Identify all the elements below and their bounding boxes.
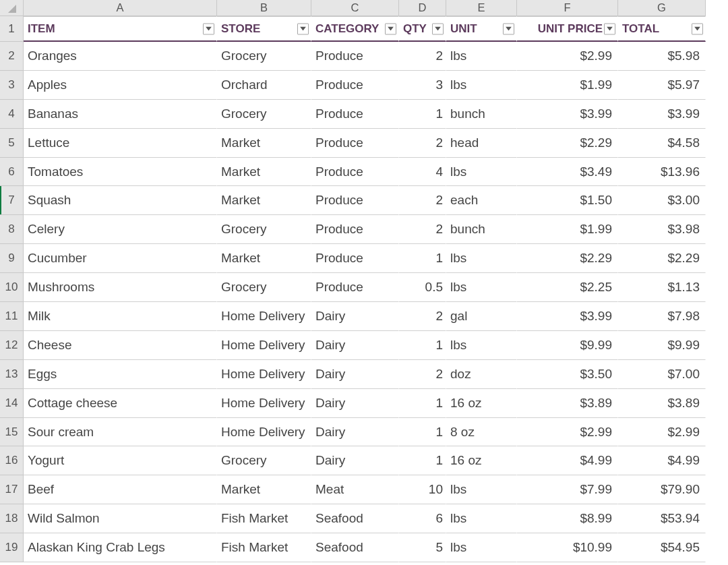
cell-unit[interactable]: lbs (446, 273, 517, 302)
cell-item[interactable]: Yogurt (24, 446, 217, 475)
cell-item[interactable]: Wild Salmon (24, 504, 217, 533)
cell-qty[interactable]: 6 (399, 504, 446, 533)
cell-unit-price[interactable]: $4.99 (517, 446, 618, 475)
cell-unit[interactable]: 16 oz (446, 389, 517, 418)
cell-qty[interactable]: 1 (399, 100, 446, 129)
cell-item[interactable]: Beef (24, 475, 217, 504)
cell-unit[interactable]: lbs (446, 42, 517, 71)
cell-store[interactable]: Market (217, 158, 311, 187)
filter-dropdown-icon[interactable] (297, 23, 309, 34)
cell-unit[interactable]: head (446, 129, 517, 158)
cell-item[interactable]: Cucumber (24, 244, 217, 273)
cell-unit[interactable]: lbs (446, 158, 517, 187)
cell-category[interactable]: Dairy (311, 331, 399, 360)
cell-store[interactable]: Market (217, 186, 311, 215)
row-header[interactable]: 10 (0, 273, 24, 302)
cell-unit[interactable]: lbs (446, 244, 517, 273)
cell-item[interactable]: Tomatoes (24, 158, 217, 187)
row-header-1[interactable]: 1 (0, 16, 24, 42)
cell-total[interactable]: $5.98 (618, 42, 706, 71)
row-header[interactable]: 14 (0, 389, 24, 418)
cell-total[interactable]: $54.95 (618, 533, 706, 562)
cell-unit[interactable]: lbs (446, 504, 517, 533)
header-store[interactable]: STORE (217, 16, 311, 42)
cell-category[interactable]: Produce (311, 42, 399, 71)
row-header[interactable]: 7 (0, 186, 24, 215)
cell-total[interactable]: $2.99 (618, 418, 706, 447)
cell-qty[interactable]: 4 (399, 158, 446, 187)
row-header[interactable]: 2 (0, 42, 24, 71)
cell-category[interactable]: Dairy (311, 418, 399, 447)
cell-category[interactable]: Produce (311, 158, 399, 187)
header-category[interactable]: CATEGORY (311, 16, 399, 42)
row-header[interactable]: 17 (0, 475, 24, 504)
header-total[interactable]: TOTAL (618, 16, 706, 42)
cell-store[interactable]: Grocery (217, 42, 311, 71)
col-header-d[interactable]: D (399, 0, 446, 16)
filter-dropdown-icon[interactable] (203, 23, 214, 34)
cell-total[interactable]: $5.97 (618, 71, 706, 100)
cell-item[interactable]: Milk (24, 302, 217, 331)
cell-total[interactable]: $4.99 (618, 446, 706, 475)
cell-unit-price[interactable]: $8.99 (517, 504, 618, 533)
cell-unit[interactable]: lbs (446, 71, 517, 100)
cell-qty[interactable]: 0.5 (399, 273, 446, 302)
filter-dropdown-icon[interactable] (385, 23, 396, 34)
cell-unit[interactable]: lbs (446, 533, 517, 562)
cell-qty[interactable]: 1 (399, 389, 446, 418)
cell-total[interactable]: $53.94 (618, 504, 706, 533)
cell-store[interactable]: Home Delivery (217, 360, 311, 389)
cell-unit-price[interactable]: $3.49 (517, 158, 618, 187)
cell-unit-price[interactable]: $1.99 (517, 215, 618, 244)
cell-unit-price[interactable]: $3.50 (517, 360, 618, 389)
row-header[interactable]: 5 (0, 129, 24, 158)
cell-qty[interactable]: 2 (399, 42, 446, 71)
cell-store[interactable]: Fish Market (217, 533, 311, 562)
cell-total[interactable]: $3.89 (618, 389, 706, 418)
row-header[interactable]: 15 (0, 418, 24, 447)
cell-category[interactable]: Produce (311, 273, 399, 302)
cell-qty[interactable]: 1 (399, 244, 446, 273)
cell-unit[interactable]: gal (446, 302, 517, 331)
row-header[interactable]: 4 (0, 100, 24, 129)
cell-total[interactable]: $13.96 (618, 158, 706, 187)
cell-store[interactable]: Home Delivery (217, 389, 311, 418)
cell-store[interactable]: Home Delivery (217, 331, 311, 360)
cell-unit-price[interactable]: $2.99 (517, 418, 618, 447)
cell-store[interactable]: Grocery (217, 273, 311, 302)
cell-item[interactable]: Squash (24, 186, 217, 215)
cell-item[interactable]: Cheese (24, 331, 217, 360)
cell-qty[interactable]: 1 (399, 418, 446, 447)
cell-total[interactable]: $7.00 (618, 360, 706, 389)
col-header-b[interactable]: B (217, 0, 311, 16)
row-header[interactable]: 18 (0, 504, 24, 533)
col-header-g[interactable]: G (618, 0, 706, 16)
cell-unit[interactable]: doz (446, 360, 517, 389)
cell-store[interactable]: Grocery (217, 100, 311, 129)
cell-item[interactable]: Apples (24, 71, 217, 100)
row-header[interactable]: 19 (0, 533, 24, 562)
cell-qty[interactable]: 1 (399, 446, 446, 475)
select-all-corner[interactable] (0, 0, 24, 16)
cell-qty[interactable]: 5 (399, 533, 446, 562)
cell-item[interactable]: Mushrooms (24, 273, 217, 302)
filter-dropdown-icon[interactable] (604, 23, 615, 34)
col-header-c[interactable]: C (311, 0, 399, 16)
filter-dropdown-icon[interactable] (692, 23, 703, 34)
cell-item[interactable]: Eggs (24, 360, 217, 389)
cell-unit-price[interactable]: $2.29 (517, 244, 618, 273)
header-item[interactable]: ITEM (24, 16, 217, 42)
cell-total[interactable]: $3.00 (618, 186, 706, 215)
header-unit[interactable]: UNIT (446, 16, 517, 42)
cell-total[interactable]: $9.99 (618, 331, 706, 360)
cell-unit-price[interactable]: $2.29 (517, 129, 618, 158)
cell-category[interactable]: Dairy (311, 389, 399, 418)
cell-unit-price[interactable]: $3.99 (517, 100, 618, 129)
cell-unit[interactable]: lbs (446, 331, 517, 360)
cell-total[interactable]: $3.98 (618, 215, 706, 244)
cell-category[interactable]: Produce (311, 129, 399, 158)
cell-item[interactable]: Bananas (24, 100, 217, 129)
spreadsheet-grid[interactable]: A B C D E F G 1 ITEM STORE CATEGORY QTY … (0, 0, 728, 562)
cell-store[interactable]: Market (217, 244, 311, 273)
cell-category[interactable]: Dairy (311, 302, 399, 331)
